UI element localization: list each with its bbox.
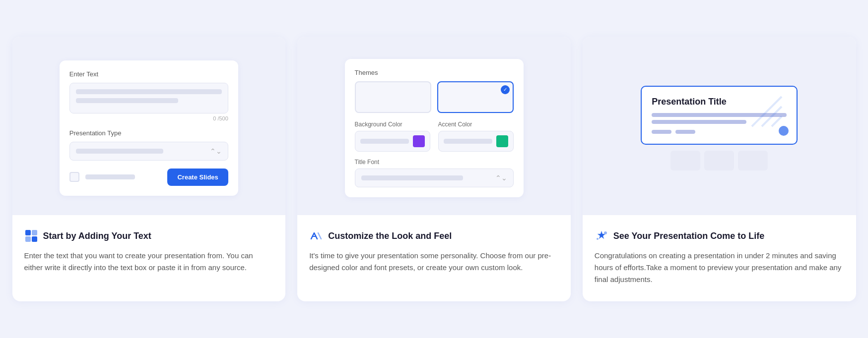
accent-color-swatch[interactable] bbox=[496, 135, 508, 147]
create-slides-button[interactable]: Create Slides bbox=[167, 169, 228, 186]
select-inner bbox=[76, 149, 163, 154]
step-1-icon bbox=[24, 229, 38, 243]
slide-content-line-2 bbox=[652, 120, 746, 124]
slide-dot-1 bbox=[652, 130, 671, 134]
presentation-type-label: Presentation Type bbox=[69, 129, 228, 137]
bg-color-swatch[interactable] bbox=[413, 135, 425, 147]
slide-thumbnail-3[interactable] bbox=[738, 151, 768, 170]
title-font-label: Title Font bbox=[355, 159, 514, 166]
checkbox-label bbox=[85, 174, 135, 179]
themes-grid: ✓ bbox=[355, 81, 514, 113]
theme-option-1[interactable] bbox=[355, 81, 431, 113]
slide-circle-decoration bbox=[779, 126, 789, 136]
bg-color-text bbox=[360, 139, 409, 144]
bottom-row: Create Slides bbox=[69, 169, 228, 186]
step-3-title: See Your Presentation Come to Life bbox=[613, 231, 764, 241]
card-see-presentation: Presentation Title bbox=[583, 37, 856, 301]
bg-color-label: Background Color bbox=[355, 121, 430, 128]
cards-container: Enter Text 0 /500 Presentation Type ⌃⌄ C… bbox=[12, 37, 856, 301]
slide-frame: Presentation Title bbox=[641, 86, 798, 145]
svg-rect-3 bbox=[32, 236, 37, 242]
theme-check-icon: ✓ bbox=[501, 85, 510, 94]
step-1-description: Enter the text that you want to create y… bbox=[24, 250, 274, 274]
step-2-title: Customize the Look and Feel bbox=[328, 231, 452, 241]
card-3-content: See Your Presentation Come to Life Congr… bbox=[583, 215, 856, 301]
card-add-text: Enter Text 0 /500 Presentation Type ⌃⌄ C… bbox=[12, 37, 286, 301]
customize-preview: Themes ✓ Background Color bbox=[345, 59, 524, 197]
step-3-description: Congratulations on creating a presentati… bbox=[595, 250, 844, 285]
card-1-preview: Enter Text 0 /500 Presentation Type ⌃⌄ C… bbox=[12, 37, 286, 215]
bg-color-input[interactable] bbox=[355, 131, 430, 152]
card-1-content: Start by Adding Your Text Enter the text… bbox=[12, 215, 286, 289]
svg-rect-0 bbox=[25, 230, 31, 235]
accent-color-input[interactable] bbox=[438, 131, 514, 152]
slide-preview-outer: Presentation Title bbox=[635, 80, 803, 176]
font-select[interactable]: ⌃⌄ bbox=[355, 169, 514, 187]
color-row: Background Color Accent Color bbox=[355, 121, 514, 152]
svg-rect-2 bbox=[25, 236, 31, 242]
font-section: Title Font ⌃⌄ bbox=[355, 159, 514, 187]
svg-point-4 bbox=[604, 231, 607, 234]
enter-text-label: Enter Text bbox=[69, 70, 228, 78]
card-3-preview: Presentation Title bbox=[583, 37, 856, 215]
accent-color-group: Accent Color bbox=[438, 121, 514, 152]
bg-color-group: Background Color bbox=[355, 121, 430, 152]
step-2-header: Customize the Look and Feel bbox=[309, 229, 559, 243]
text-input-area[interactable] bbox=[69, 83, 228, 113]
select-arrows-icon: ⌃⌄ bbox=[210, 147, 222, 155]
step-3-icon bbox=[595, 229, 608, 243]
font-select-inner bbox=[361, 175, 464, 180]
step-2-description: It's time to give your presentation some… bbox=[309, 250, 559, 274]
input-line-2 bbox=[76, 98, 178, 103]
step-1-header: Start by Adding Your Text bbox=[24, 229, 274, 243]
theme-option-2[interactable]: ✓ bbox=[437, 81, 514, 113]
accent-color-label: Accent Color bbox=[438, 121, 514, 128]
thumbnail-row bbox=[641, 151, 798, 170]
font-select-arrows-icon: ⌃⌄ bbox=[495, 174, 507, 182]
char-counter: 0 /500 bbox=[69, 115, 228, 121]
slide-thumbnail-2[interactable] bbox=[704, 151, 734, 170]
step-1-title: Start by Adding Your Text bbox=[43, 231, 151, 241]
svg-rect-1 bbox=[32, 230, 37, 235]
themes-section: Themes ✓ bbox=[355, 69, 514, 113]
slide-dot-2 bbox=[675, 130, 695, 134]
card-2-content: Customize the Look and Feel It's time to… bbox=[297, 215, 571, 289]
input-line-1 bbox=[76, 89, 222, 94]
slide-thumbnail-1[interactable] bbox=[670, 151, 700, 170]
checkbox[interactable] bbox=[69, 172, 79, 182]
card-2-preview: Themes ✓ Background Color bbox=[297, 37, 571, 215]
text-input-preview: Enter Text 0 /500 Presentation Type ⌃⌄ C… bbox=[60, 60, 238, 196]
themes-label: Themes bbox=[355, 69, 514, 76]
card-customize: Themes ✓ Background Color bbox=[297, 37, 571, 301]
step-3-header: See Your Presentation Come to Life bbox=[595, 229, 844, 243]
step-2-icon bbox=[309, 229, 323, 243]
accent-color-text bbox=[444, 139, 492, 144]
presentation-type-select[interactable]: ⌃⌄ bbox=[69, 142, 228, 161]
svg-point-5 bbox=[597, 238, 599, 240]
